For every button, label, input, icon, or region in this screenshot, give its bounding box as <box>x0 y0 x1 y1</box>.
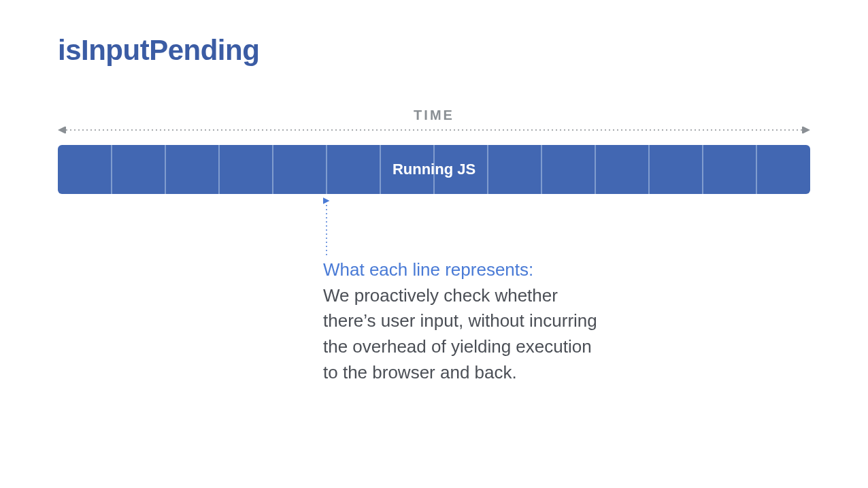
timeline-bar-container: Running JS <box>58 145 810 194</box>
callout-heading: What each line represents: <box>323 257 609 283</box>
slide: isInputPending TIME Running JS <box>0 0 868 488</box>
callout-text: What each line represents: We proactivel… <box>323 257 609 385</box>
bar-label: Running JS <box>58 145 810 194</box>
time-axis <box>58 127 810 133</box>
time-axis-label: TIME <box>58 108 810 123</box>
callout-pointer-line <box>323 197 330 255</box>
running-js-bar: Running JS <box>58 145 810 194</box>
callout-body: We proactively check whether there’s use… <box>323 283 609 386</box>
slide-title: isInputPending <box>58 34 810 67</box>
